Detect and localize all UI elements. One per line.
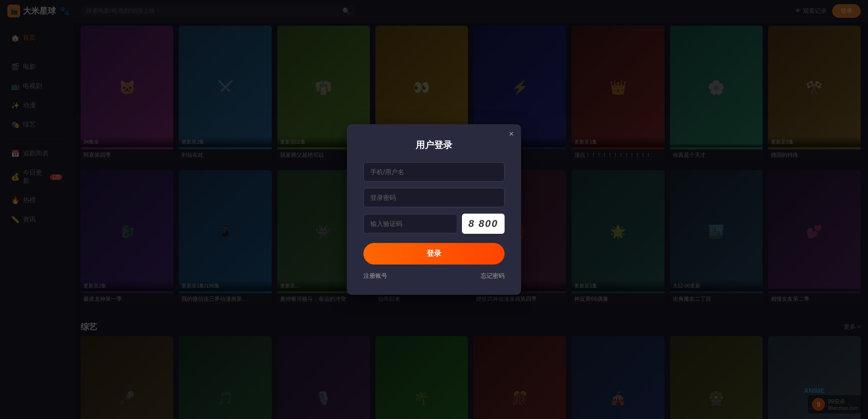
- login-modal: 用户登录 × 8 800 登录 注册账号 忘记密码: [347, 124, 521, 295]
- forgot-password-link[interactable]: 忘记密码: [481, 272, 505, 280]
- captcha-row: 8 800: [363, 214, 505, 234]
- captcha-input[interactable]: [363, 214, 457, 233]
- modal-links: 注册账号 忘记密码: [363, 272, 505, 280]
- captcha-image[interactable]: 8 800: [462, 214, 505, 234]
- password-input[interactable]: [363, 188, 505, 207]
- register-link[interactable]: 注册账号: [363, 272, 387, 280]
- username-input[interactable]: [363, 162, 505, 182]
- modal-overlay[interactable]: 用户登录 × 8 800 登录 注册账号 忘记密码: [0, 0, 868, 419]
- login-submit-button[interactable]: 登录: [363, 243, 505, 265]
- modal-title: 用户登录: [363, 139, 505, 151]
- modal-close-button[interactable]: ×: [509, 130, 514, 138]
